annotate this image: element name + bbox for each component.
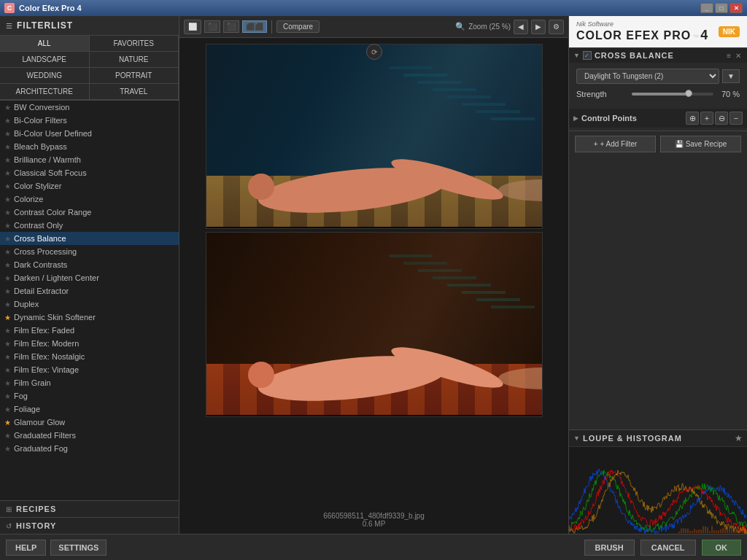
filter-item-graduated-filters[interactable]: ★Graduated Filters (0, 429, 179, 442)
category-portrait[interactable]: PORTRAIT (90, 68, 179, 84)
view-dual-button[interactable]: ⬛⬛ (242, 20, 267, 33)
filter-item-bleach-bypass[interactable]: ★Bleach Bypass (0, 140, 179, 153)
category-travel[interactable]: TRAVEL (90, 84, 179, 100)
category-wedding[interactable]: WEDDING (0, 68, 90, 84)
filter-item-film-efex--vintage[interactable]: ★Film Efex: Vintage (0, 363, 179, 376)
loupe-favorite-icon[interactable]: ★ (735, 433, 743, 443)
filter-star-icon[interactable]: ★ (4, 248, 11, 256)
menu-icon[interactable]: ☰ (6, 22, 12, 30)
minimize-button[interactable]: _ (700, 3, 713, 13)
filter-star-icon[interactable]: ★ (4, 445, 11, 453)
preset-arrow-button[interactable]: ▼ (722, 69, 740, 83)
filter-star-icon[interactable]: ★ (4, 222, 11, 230)
filter-star-icon[interactable]: ★ (4, 366, 11, 374)
filter-star-icon[interactable]: ★ (4, 104, 11, 112)
filter-item-color-stylizer[interactable]: ★Color Stylizer (0, 179, 179, 192)
save-recipe-button[interactable]: 💾 Save Recipe (660, 136, 741, 152)
cp-remove-button[interactable]: ⊖ (715, 112, 728, 125)
filter-star-icon[interactable]: ★ (4, 195, 11, 203)
section-menu-button[interactable]: ≡ (725, 52, 732, 60)
settings-icon-button[interactable]: ⚙ (549, 20, 564, 34)
brush-button[interactable]: BRUSH (584, 540, 635, 556)
filter-item-brilliance---warmth[interactable]: ★Brilliance / Warmth (0, 153, 179, 166)
filter-star-icon[interactable]: ★ (4, 274, 11, 282)
close-button[interactable]: ✕ (729, 3, 743, 13)
settings-button[interactable]: SETTINGS (50, 540, 107, 556)
filter-item-duplex[interactable]: ★Duplex (0, 298, 179, 311)
loupe-collapse-icon[interactable]: ▼ (573, 435, 580, 442)
filter-star-icon[interactable]: ★ (4, 300, 11, 308)
filter-star-icon[interactable]: ★ (4, 235, 11, 243)
filter-star-icon[interactable]: ★ (4, 419, 11, 427)
filter-star-icon[interactable]: ★ (4, 432, 11, 440)
filter-item-detail-extractor[interactable]: ★Detail Extractor (0, 284, 179, 298)
filter-star-icon[interactable]: ★ (4, 130, 11, 138)
cp-menu-button[interactable]: − (729, 112, 743, 125)
filter-star-icon[interactable]: ★ (4, 327, 11, 335)
view-split-v-button[interactable]: ⬛ (204, 20, 220, 33)
help-button[interactable]: HELP (6, 540, 46, 556)
filter-star-icon[interactable]: ★ (4, 117, 11, 125)
cp-add-negative-button[interactable]: + (700, 112, 713, 125)
filter-item-film-efex--nostalgic[interactable]: ★Film Efex: Nostalgic (0, 350, 179, 363)
filter-item-darken---lighten-center[interactable]: ★Darken / Lighten Center (0, 271, 179, 284)
category-nature[interactable]: NATURE (90, 52, 179, 68)
history-section[interactable]: ↺ HISTORY (0, 517, 179, 534)
category-favorites[interactable]: FAVORITES (90, 36, 179, 52)
filter-item-bw-conversion[interactable]: ★BW Conversion (0, 101, 179, 114)
filter-item-fog[interactable]: ★Fog (0, 389, 179, 402)
maximize-button[interactable]: □ (715, 3, 728, 13)
filter-star-icon[interactable]: ★ (4, 209, 11, 217)
filter-item-contrast-color-range[interactable]: ★Contrast Color Range (0, 206, 179, 219)
filter-star-icon[interactable]: ★ (4, 143, 11, 151)
preset-row: Daylight To Tungsten (2) ▼ (576, 69, 740, 84)
filter-item-graduated-fog[interactable]: ★Graduated Fog (0, 442, 179, 455)
preset-select[interactable]: Daylight To Tungsten (2) (576, 69, 719, 84)
compare-button[interactable]: Compare (276, 20, 320, 33)
filter-star-icon[interactable]: ★ (4, 182, 11, 190)
filter-item-cross-processing[interactable]: ★Cross Processing (0, 245, 179, 258)
add-filter-button[interactable]: + + Add Filter (575, 136, 656, 152)
filter-item-film-efex--modern[interactable]: ★Film Efex: Modern (0, 337, 179, 350)
filter-item-bi-color-user-defined[interactable]: ★Bi-Color User Defined (0, 127, 179, 140)
filter-star-icon[interactable]: ★ (4, 353, 11, 361)
filter-item-dynamic-skin-softener[interactable]: ★Dynamic Skin Softener (0, 311, 179, 324)
category-architecture[interactable]: ARCHITECTURE (0, 84, 90, 100)
filter-item-foliage[interactable]: ★Foliage (0, 402, 179, 416)
filter-item-glamour-glow[interactable]: ★Glamour Glow (0, 416, 179, 429)
filter-star-icon[interactable]: ★ (4, 340, 11, 348)
filter-item-cross-balance[interactable]: ★Cross Balance (0, 232, 179, 245)
filter-item-classical-soft-focus[interactable]: ★Classical Soft Focus (0, 166, 179, 179)
view-single-button[interactable]: ⬜ (184, 20, 201, 34)
filter-item-film-grain[interactable]: ★Film Grain (0, 376, 179, 389)
filter-star-icon[interactable]: ★ (4, 287, 11, 295)
filter-star-icon[interactable]: ★ (4, 169, 11, 177)
swap-images-button[interactable]: ⟳ (366, 44, 382, 60)
filter-item-film-efex--faded[interactable]: ★Film Efex: Faded (0, 324, 179, 337)
filter-star-icon[interactable]: ★ (4, 261, 11, 269)
zoom-prev-button[interactable]: ◀ (514, 20, 528, 34)
filter-item-dark-contrasts[interactable]: ★Dark Contrasts (0, 258, 179, 271)
section-enable-checkbox[interactable]: ✓ (583, 51, 592, 60)
ok-button[interactable]: OK (702, 540, 742, 556)
filter-item-contrast-only[interactable]: ★Contrast Only (0, 219, 179, 232)
cp-collapse-icon[interactable]: ▶ (573, 114, 578, 122)
filter-item-colorize[interactable]: ★Colorize (0, 192, 179, 206)
section-collapse-icon[interactable]: ▼ (573, 52, 580, 59)
cp-add-positive-button[interactable]: ⊕ (686, 112, 699, 125)
zoom-next-button[interactable]: ▶ (531, 20, 546, 34)
filter-star-icon[interactable]: ★ (4, 405, 11, 413)
filter-star-icon[interactable]: ★ (4, 392, 11, 400)
category-all[interactable]: ALL (0, 36, 90, 52)
left-panel: ☰ FILTERLIST ALL FAVORITES LANDSCAPE NAT… (0, 16, 179, 534)
filter-star-icon[interactable]: ★ (4, 314, 11, 322)
filter-star-icon[interactable]: ★ (4, 156, 11, 164)
section-close-button[interactable]: ✕ (734, 52, 743, 60)
filter-item-bi-color-filters[interactable]: ★Bi-Color Filters (0, 114, 179, 127)
recipes-section[interactable]: ⊞ RECIPES (0, 500, 179, 517)
filter-star-icon[interactable]: ★ (4, 379, 11, 387)
category-landscape[interactable]: LANDSCAPE (0, 52, 90, 68)
strength-slider-track[interactable] (632, 93, 713, 96)
cancel-button[interactable]: CANCEL (640, 540, 696, 556)
view-split-h-button[interactable]: ⬛ (223, 20, 239, 33)
